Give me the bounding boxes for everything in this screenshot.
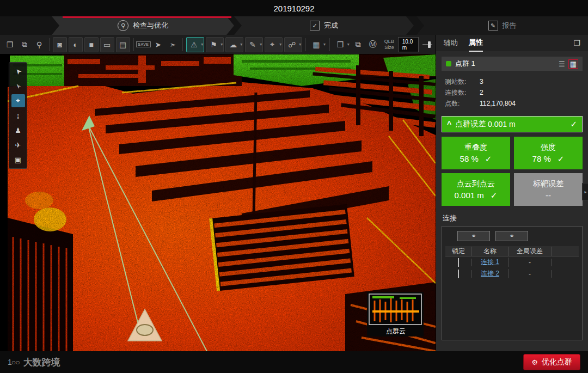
import-project-button[interactable]: ❐ — [3, 38, 16, 52]
walk-view-button[interactable]: ♟ — [11, 124, 25, 137]
caret-down-icon: ▾ — [299, 42, 301, 47]
caret-down-icon: ▾ — [279, 42, 281, 47]
blackout-button[interactable]: ■ — [84, 37, 99, 52]
application-window: 201910292 ⚲ 检查与优化 ✓ 完成 ✎ 报告 ❐ ⧉ ⚲ ◙ ◐ ■ … — [0, 0, 588, 373]
optimize-bundle-button[interactable]: ⚙ 优化点群 — [523, 354, 580, 370]
zoom-tool-button[interactable]: ⚲ — [33, 38, 46, 52]
tab-finish-label: 完成 — [324, 21, 338, 30]
optimize-label: 优化点群 — [542, 357, 572, 367]
tab-assist[interactable]: 辅助 — [444, 35, 458, 51]
link-name-link[interactable]: 连接 1 — [481, 258, 499, 266]
contrast-button[interactable]: ◐ — [69, 37, 83, 52]
lock-checkbox[interactable] — [458, 270, 459, 278]
caret-down-icon: ▾ — [220, 42, 223, 47]
link-tool-button-2[interactable]: ⚭ — [495, 231, 528, 241]
inspect-icon: ⚲ — [118, 20, 128, 31]
list-view-icon[interactable]: ☰ — [559, 60, 565, 68]
pen-annotation-button[interactable]: ✎ ▾ — [245, 37, 263, 52]
strength-tile: 强度 78 %✓ — [514, 137, 583, 169]
bundle-thumbnail[interactable]: 点群云 — [367, 292, 424, 337]
link-tool-button-1[interactable]: ⚭ — [457, 231, 490, 241]
select-tool-button[interactable]: ➤ — [11, 65, 25, 78]
duplicate-scan-button[interactable]: ⧉ — [18, 38, 31, 52]
check-icon: ✓ — [570, 119, 577, 129]
grid-view-icon[interactable]: ▦ — [568, 59, 578, 69]
tab-properties[interactable]: 属性 — [469, 34, 483, 52]
pick-tool-button[interactable]: ➣ — [166, 38, 179, 52]
stat-points: 点数: 112,170,804 — [445, 98, 579, 109]
warning-annotation-button[interactable]: ⚠ ▾ — [186, 37, 204, 52]
measure-tool-button[interactable]: ↨ — [11, 109, 25, 122]
bundle-icon — [446, 61, 451, 66]
panorama-button[interactable]: ▭ — [100, 37, 114, 52]
slider-thumb[interactable] — [428, 41, 431, 48]
point-cloud-render: 点群云 — [8, 54, 436, 351]
pan-tool-button[interactable]: ⌖ — [11, 94, 25, 107]
bundle-error-banner[interactable]: ^ 点群误差 0.001 m ✓ — [442, 116, 583, 132]
tab-report-label: 报告 — [503, 21, 517, 30]
dual-screen-button[interactable]: ⧉ — [352, 38, 365, 52]
tag-annotation-button[interactable]: ⚑ ▾ — [206, 37, 224, 52]
caret-down-icon: ▾ — [347, 42, 350, 47]
link-row-1: 连接 1 - — [445, 256, 579, 268]
links-box: ⚭ ⚭ 锁定 名称 全局误差 连接 1 - 连接 2 - — [442, 226, 583, 340]
cursor-tool-button[interactable]: ➤ — [151, 38, 164, 52]
panel-collapse-handle[interactable]: ▸ — [582, 183, 588, 200]
qlb-size-value[interactable]: 10.0 m — [398, 37, 419, 52]
quality-tiles: 重叠度 58 %✓ 强度 78 %✓ 点云到点云 0.001 m✓ 标靶误差 -… — [442, 137, 583, 206]
caret-down-icon: ▾ — [240, 42, 242, 47]
toolbar-separator — [49, 38, 50, 51]
panel-tabs: 辅助 属性 ❐ — [436, 35, 588, 51]
optimize-icon: ⚙ — [531, 358, 538, 366]
fly-view-button[interactable]: ✈ — [11, 138, 25, 151]
cloud-annotation-button[interactable]: ☁ ▾ — [225, 37, 243, 52]
cursor-arrow-icon: ➤ — [13, 66, 23, 76]
camera-button[interactable]: ◙ — [53, 37, 67, 52]
toolbar-separator — [133, 38, 134, 51]
tab-finish[interactable]: ✓ 完成 — [234, 16, 414, 35]
properties-panel: 辅助 属性 ❐ 点群 1 ☰ ▦ 测站数: 3 连接数: 2 点数: 112,1 — [436, 35, 588, 351]
link-name-link[interactable]: 连接 2 — [481, 270, 499, 277]
link-row-2: 连接 2 - — [445, 268, 579, 279]
pen-icon: ✎ — [246, 38, 259, 52]
cloud-to-cloud-tile: 点云到点云 0.001 m✓ — [442, 173, 510, 206]
dual-pane-icon[interactable]: ❐ — [573, 39, 580, 47]
caret-down-icon: ▾ — [201, 42, 203, 47]
filmstrip-button[interactable]: ▤ — [116, 37, 130, 52]
select-plus-tool-button[interactable]: ➣ — [11, 80, 25, 93]
report-icon: ✎ — [488, 21, 498, 30]
watermark-logo-icon: 1○○ — [8, 358, 20, 366]
pin-annotation-button[interactable]: ⌖ ▾ — [265, 37, 283, 52]
collapse-chevron-icon: ^ — [447, 120, 451, 129]
bundle-header: 点群 1 ☰ ▦ — [442, 57, 583, 71]
check-icon: ✓ — [485, 154, 492, 164]
bundle-title: 点群 1 — [455, 59, 475, 69]
tab-inspect-optimize[interactable]: ⚲ 检查与优化 — [52, 16, 234, 35]
qlb-size-slider[interactable] — [422, 41, 433, 48]
grid-view-button[interactable]: ▦ ▾ — [309, 38, 326, 52]
toolbar-separator — [329, 38, 330, 51]
watermark: 1○○ 大数跨境 — [8, 356, 60, 369]
check-icon: ✓ — [558, 154, 565, 164]
station-m-button[interactable]: Ⓜ — [366, 38, 379, 52]
cursor-plus-icon: ➣ — [13, 81, 23, 91]
cube-view-button[interactable]: ❒ ▾ — [333, 38, 350, 52]
point-cloud-viewport[interactable]: 点群云 — [8, 54, 436, 351]
target-error-tile: 标靶误差 -- — [514, 173, 583, 206]
thumbnail-label: 点群云 — [386, 327, 406, 335]
lock-checkbox[interactable] — [458, 258, 459, 267]
links-table-header: 锁定 名称 全局误差 — [445, 246, 579, 256]
pin-icon: ⌖ — [266, 38, 279, 52]
banner-label: 点群误差 — [455, 119, 486, 129]
tab-inspect-label: 检查与优化 — [133, 21, 168, 30]
window-title: 201910292 — [273, 4, 314, 13]
bottom-bar: 1○○ 大数跨境 ⚙ 优化点群 — [0, 351, 588, 373]
save-stamp-icon[interactable]: SAVE — [136, 41, 150, 47]
link-annotation-button[interactable]: ☍ ▾ — [284, 37, 302, 52]
navigation-toolbar: ➤ ➣ ⌖ ↨ ♟ ✈ ▣ — [9, 62, 27, 169]
stat-links: 连接数: 2 — [445, 87, 579, 98]
stat-stations: 测站数: 3 — [445, 76, 579, 87]
cube-icon: ❒ — [334, 38, 347, 52]
slice-tool-button[interactable]: ▣ — [11, 153, 25, 166]
tab-report[interactable]: ✎ 报告 — [416, 16, 588, 35]
